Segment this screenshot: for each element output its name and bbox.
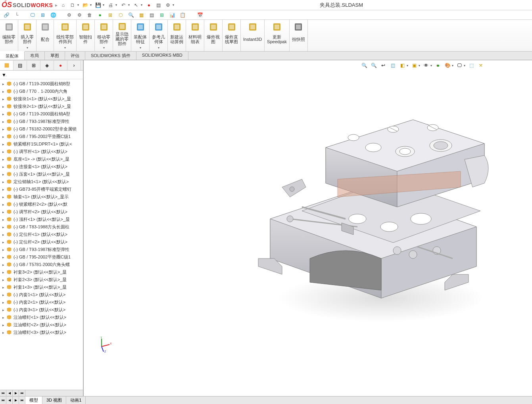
tree-item[interactable]: ▸(-) GB73-85开槽平端紧定螺钉 xyxy=(1,186,82,193)
expand-icon[interactable]: ▸ xyxy=(2,195,6,199)
tb-tree-icon[interactable]: ⊞ xyxy=(40,12,46,18)
expand-icon[interactable]: ▸ xyxy=(2,233,6,237)
graphics-viewport[interactable]: 🔍 🔍 ↩ ◫ ◧ ▾ ▣ ▾ 👁 ▾ ●● 🎨 ▾ 🖵 ▾ ⬚ ⤧ xyxy=(84,60,532,396)
expand-icon[interactable]: ▸ xyxy=(2,203,6,207)
scene-icon[interactable]: 🎨 xyxy=(444,62,451,69)
tab-3[interactable]: 评估 xyxy=(65,52,85,60)
new-dropdown[interactable]: ▾ xyxy=(77,3,79,7)
settings-icon[interactable]: ⚙ xyxy=(165,2,171,8)
tree-item[interactable]: ▸(-) GB / T70．1-2000内六角 xyxy=(1,88,82,95)
prev-view-icon[interactable]: ↩ xyxy=(380,62,387,69)
tree-item[interactable]: ▸铰接块2<1> (默认<<默认>_显 xyxy=(1,103,82,110)
dropdown-arrow-icon[interactable]: ▾ xyxy=(27,46,28,50)
tab-2[interactable]: 草图 xyxy=(45,52,65,60)
undo-icon[interactable]: ↶ xyxy=(120,2,127,8)
expand-icon[interactable]: ▸ xyxy=(2,285,6,289)
tree-item[interactable]: ▸注油螺钉<3> (默认<<默认> xyxy=(1,329,82,336)
ribbon-motion[interactable]: 新建运 动算例 xyxy=(168,20,186,51)
cube-icon[interactable]: ⬚ xyxy=(468,62,475,69)
expand-icon[interactable]: ▸ xyxy=(2,97,6,101)
tb-pin-icon[interactable]: ● xyxy=(97,12,103,18)
tree-item[interactable]: ▸铰接块1<1> (默认<<默认>_显 xyxy=(1,95,82,103)
tree-item[interactable]: ▸(-) 内套3<1> (默认<<默认> xyxy=(1,306,82,314)
expand-icon[interactable]: ▸ xyxy=(2,142,6,146)
expand-icon[interactable]: ▸ xyxy=(2,278,6,282)
tree-tab-property[interactable]: ▤ xyxy=(13,61,27,70)
ribbon-snapshot[interactable]: 拍快照 xyxy=(290,20,308,51)
tb-corner-icon[interactable]: └ xyxy=(13,12,20,18)
tree-item[interactable]: ▸(-) 顶杆<1> (默认<<默认>_显 xyxy=(1,216,82,223)
tb-link-icon[interactable]: 🔗 xyxy=(3,12,10,18)
expand-icon[interactable]: ▸ xyxy=(2,293,6,297)
view-settings-icon[interactable]: 🖵 xyxy=(456,62,463,69)
new-icon[interactable]: 🗋 xyxy=(69,2,76,8)
expand-icon[interactable]: ▸ xyxy=(2,218,6,222)
ribbon-ref-geom[interactable]: 参考几 何体▾ xyxy=(150,20,168,51)
tree-item[interactable]: ▸(-) GB / T95-2002平垫圈C级1 xyxy=(1,133,82,140)
bottom-tab-1[interactable]: 3D 视图 xyxy=(42,396,66,404)
expand-icon[interactable]: ▸ xyxy=(2,301,6,304)
orientation-triad[interactable]: Y X Z xyxy=(96,337,111,352)
expand-icon[interactable]: ▸ xyxy=(2,210,6,214)
view-orient-dropdown[interactable]: ▾ xyxy=(407,64,408,67)
tree-item[interactable]: ▸(-) GB / T5781-2000六角头螺 xyxy=(1,261,82,268)
tree-tab-config[interactable]: ⊞ xyxy=(27,61,40,70)
tree-item[interactable]: ▸(-) GB / T93-1987标准型弹性 xyxy=(1,118,82,125)
feature-tree[interactable]: ▸(-) GB / T119-2000圆柱销B型▸(-) GB / T70．1-… xyxy=(0,79,83,390)
expand-icon[interactable]: ▸ xyxy=(2,135,6,139)
tree-item[interactable]: ▸底座<1> -> (默认<<默认>_显 xyxy=(1,155,82,163)
dropdown-arrow-icon[interactable]: ▾ xyxy=(64,46,66,50)
tb-monitor-icon[interactable]: 🖵 xyxy=(29,12,36,18)
tree-tab-display[interactable]: ◈ xyxy=(40,61,54,70)
tb-doc-icon[interactable]: 📋 xyxy=(179,12,186,18)
tree-item[interactable]: ▸衬套1<3> (默认<<默认>_显 xyxy=(1,283,82,291)
tree-item[interactable]: ▸(-) GB / T95-2002平垫圈C级1 xyxy=(1,253,82,261)
tree-item[interactable]: ▸衬套3<2> (默认<<默认>_显 xyxy=(1,268,82,276)
tb-hex-icon[interactable]: ⬡ xyxy=(117,12,124,18)
zoom-area-icon[interactable]: 🔍 xyxy=(370,62,377,69)
open-icon[interactable]: 📂 xyxy=(82,2,88,8)
bottom-scroll-first[interactable]: ⏮ xyxy=(0,397,6,404)
tree-item[interactable]: ▸(-) GB / T119-2000圆柱销B型 xyxy=(1,80,82,88)
expand-icon[interactable]: ▸ xyxy=(2,308,6,312)
tree-scroll-first[interactable]: ⏮ xyxy=(0,390,6,396)
tab-5[interactable]: SOLIDWORKS MBD xyxy=(136,52,188,60)
expand-icon[interactable]: ▸ xyxy=(2,270,6,274)
tree-item[interactable]: ▸(-) 连接套<1> (默认<<默认> xyxy=(1,163,82,170)
ribbon-smart-fastener[interactable]: 智能扣 件 xyxy=(77,20,95,51)
ribbon-show-hidden[interactable]: 显示隐 藏的零 部件 xyxy=(113,20,131,51)
tree-item[interactable]: ▸(-) GB / T6182-20002型非金属锁 xyxy=(1,125,82,133)
expand-icon[interactable]: ▸ xyxy=(2,255,6,259)
tree-item[interactable]: ▸注油螺钉<2> (默认<<默认> xyxy=(1,321,82,329)
rebuild-icon[interactable]: ● xyxy=(146,2,152,8)
tree-item[interactable]: ▸(-) GB / T119-2000圆柱销A型 xyxy=(1,110,82,118)
expand-icon[interactable]: ▸ xyxy=(2,248,6,252)
tree-item[interactable]: ▸衬套2<3> (默认<<默认>_显 xyxy=(1,276,82,283)
expand-icon[interactable]: ▸ xyxy=(2,188,6,191)
tab-0[interactable]: 装配体 xyxy=(0,51,25,60)
print-icon[interactable]: 🖨 xyxy=(108,2,114,8)
tb-globe-icon[interactable]: 🌐 xyxy=(50,12,56,18)
tb-chart-icon[interactable]: 📊 xyxy=(169,12,175,18)
dropdown-arrow-icon[interactable]: ▾ xyxy=(103,46,105,50)
ribbon-explode[interactable]: 爆炸视 图 xyxy=(204,20,223,51)
save-icon[interactable]: 💾 xyxy=(95,2,101,8)
csys-icon[interactable]: ⤧ xyxy=(477,62,484,69)
tb-grid-icon[interactable]: ▦ xyxy=(138,12,144,18)
expand-icon[interactable]: ▸ xyxy=(2,316,6,320)
ribbon-speedpak[interactable]: 更新 Speedpak xyxy=(265,20,290,51)
expand-icon[interactable]: ▸ xyxy=(2,225,6,229)
expand-icon[interactable]: ▸ xyxy=(2,112,6,116)
ribbon-instant3d[interactable]: Instant3D xyxy=(241,20,265,51)
dropdown-arrow-icon[interactable]: ▾ xyxy=(158,46,159,50)
home-icon[interactable]: ⌂ xyxy=(60,2,66,8)
ribbon-explode-line[interactable]: 爆炸直 线草图 xyxy=(223,20,241,51)
expand-icon[interactable]: ▸ xyxy=(2,165,6,169)
expand-icon[interactable]: ▸ xyxy=(2,180,6,184)
tree-scroll-prev[interactable]: ◀ xyxy=(6,390,13,396)
tree-item[interactable]: ▸(-) GB / T93-1987标准型弹性 xyxy=(1,246,82,253)
section-icon[interactable]: ◫ xyxy=(389,62,396,69)
tree-item[interactable]: ▸(-) 定位杆<1> (默认<<默认> xyxy=(1,231,82,238)
hide-show-icon[interactable]: 👁 xyxy=(423,62,430,69)
bottom-tab-2[interactable]: 动画1 xyxy=(66,396,86,404)
